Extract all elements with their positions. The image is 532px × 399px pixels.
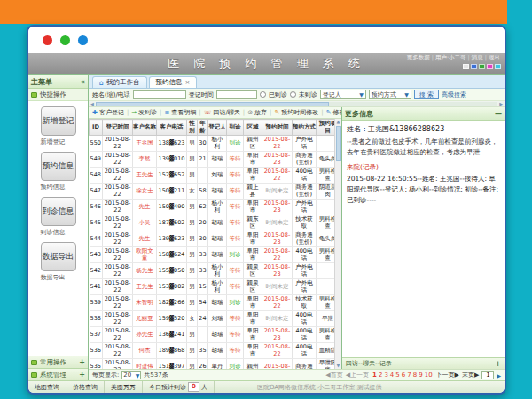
pagination-bar: 每页显示: 20 ▼ 共537条 ◀首页 ◀上一页 12345678910 下一… (89, 369, 505, 380)
table-row[interactable]: 5452015-08-22小吴187▓602男20胡瑞等待颍东区时间未定技术获取… (90, 215, 335, 231)
minimize-window-button[interactable] (60, 35, 70, 45)
cell-reg-time: 2015-08-22 (103, 359, 133, 370)
header-link[interactable]: 更多数据 (407, 54, 430, 61)
header-link[interactable]: 消息 (472, 54, 483, 61)
page-number[interactable]: 1 (372, 372, 378, 379)
channel-select[interactable]: 预约方式 ▼ (369, 90, 411, 99)
column-header[interactable]: 客户名称 (133, 120, 157, 136)
registrar-select[interactable]: 登记人 ▼ (320, 90, 366, 99)
table-row[interactable]: 5432015-08-22欧阳文童158▓624男33胡瑞到诊阜阳市2015-0… (90, 247, 335, 263)
scrollbar-thumb[interactable] (96, 102, 329, 106)
page-jump-input[interactable] (481, 371, 494, 379)
column-header[interactable]: 性别 (187, 120, 198, 136)
page-number[interactable]: 7 (406, 372, 411, 379)
not-arrived-radio[interactable] (290, 91, 296, 98)
column-header[interactable]: 客户电话 (157, 120, 187, 136)
table-row[interactable]: 5392015-08-22朱智明182▓266男54胡瑞到诊阜阳市2015-08… (90, 295, 335, 311)
next-page-button[interactable]: 下一页▶ (436, 371, 459, 379)
column-header[interactable]: 预约方式 (293, 120, 317, 136)
theme-square[interactable] (471, 64, 477, 69)
scroll-right-icon[interactable]: ▶ (497, 101, 505, 106)
scroll-down-icon[interactable]: ▼ (337, 363, 340, 369)
view-detail-button[interactable]: ≡查看明细 (163, 108, 197, 117)
prev-page-button[interactable]: ◀上一页 (346, 371, 369, 379)
column-header[interactable]: 到诊 (227, 120, 244, 136)
send-to-visit-button[interactable]: →发到诊 (130, 108, 158, 117)
arrival-info-button[interactable]: 到诊信息 (41, 197, 76, 226)
table-row[interactable]: 5462015-08-22先生150▓490男62杨小利等待阜阳市2015-08… (90, 200, 335, 215)
statusbar-items: 地图查询价格查询美图秀秀 (28, 381, 143, 393)
expand-icon[interactable]: + (79, 371, 85, 379)
search-button[interactable]: 搜 索 (414, 90, 439, 99)
page-number[interactable]: 10 (424, 372, 434, 379)
scrollbar-thumb[interactable] (336, 126, 341, 161)
middle-row: ✚客户登记|→发到诊|≡查看明细|☏回访/聊天|⊘放弃|✎预约时间修改|✎修改|… (89, 107, 505, 369)
statusbar-item[interactable]: 价格查询 (66, 381, 105, 393)
page-number[interactable]: 5 (395, 372, 400, 379)
statusbar-item[interactable]: 地图查询 (28, 381, 66, 393)
cell-channel: 户外电话 (293, 263, 317, 279)
page-go-icon[interactable]: ▶ (497, 372, 501, 379)
sidebar-collapse-icon[interactable]: « (81, 78, 85, 86)
header-link[interactable]: 用户:小二哥 (435, 54, 466, 61)
scroll-up-icon[interactable]: ▲ (337, 119, 340, 125)
table-row[interactable]: 5352015-08-22时进伟151▓397男26单丹到诊颍州2015-08-… (90, 359, 335, 370)
table-row[interactable]: 5412015-08-22王先生153▓002男15杨小利等待颍泉区时间未定户外… (90, 279, 335, 295)
name-filter-input[interactable] (133, 90, 186, 99)
scrollbar-track[interactable] (96, 102, 497, 106)
advanced-search-link[interactable]: 高级搜索 (442, 90, 466, 99)
appointment-time-edit-button[interactable]: ✎预约时间修改 (273, 108, 319, 117)
sidebar-item-system-management[interactable]: 系统管理 + (28, 368, 88, 380)
column-header[interactable]: 登记时间 (103, 120, 133, 136)
table-row[interactable]: 5382015-08-22尤丽亚159▓520女24刘瑞等待阜阳市时间未定400… (90, 311, 335, 327)
column-header[interactable]: 区域 (244, 120, 262, 136)
table-row[interactable]: 5492015-08-22李然139▓010男21胡瑞等待阜阳市2015-08-… (90, 152, 335, 168)
expand-icon[interactable]: + (79, 358, 85, 366)
theme-square[interactable] (479, 64, 485, 69)
data-export-button[interactable]: 数据导出 (41, 242, 76, 271)
close-window-button[interactable] (43, 35, 52, 45)
callback-chat-record-bar[interactable]: 回访--聊天--记录 + (342, 357, 505, 369)
theme-square[interactable] (463, 64, 469, 69)
theme-square[interactable] (487, 64, 493, 69)
table-row[interactable]: 5472015-08-22徐女士150▓211女58胡瑞等待颍上县时间未定商务通… (90, 184, 335, 200)
tab-close-icon[interactable]: × (185, 79, 191, 86)
arrived-radio[interactable] (260, 91, 266, 98)
abandon-button[interactable]: ⊘放弃 (246, 108, 268, 117)
tab-appointment-info[interactable]: 预约信息 × (149, 76, 198, 88)
header-link[interactable]: 退出 (489, 54, 500, 61)
sidebar-item-common-operations[interactable]: 常用操作 + (28, 356, 88, 368)
maximize-window-button[interactable] (78, 35, 88, 45)
table-row[interactable]: 5442015-08-22先生139▓623男30胡瑞等待阜阳市2015-08-… (90, 231, 335, 247)
theme-square[interactable] (495, 64, 501, 69)
appointment-info-button[interactable]: 预约信息 (41, 152, 76, 181)
toolbar-label: 发到诊 (138, 108, 157, 117)
customer-register-button[interactable]: ✚客户登记 (91, 108, 125, 117)
table-row[interactable]: 5362015-08-22何杰189▓868男35胡瑞等待阜阳市2015-08-… (90, 343, 335, 359)
last-page-button[interactable]: 末页▶ (462, 371, 479, 379)
column-header[interactable]: 预约项目 (317, 120, 335, 136)
new-registration-button[interactable]: 新增登记 (41, 106, 76, 136)
column-header[interactable]: 登记人 (208, 120, 227, 136)
table-row[interactable]: 5502015-08-22王兆国138▓623男30杨小利到诊颍州区2015-0… (90, 136, 335, 152)
table-row[interactable]: 5422015-08-22杨先生155▓050男33杨小利等待颍泉区2015-0… (90, 263, 335, 279)
column-header[interactable]: 预约时间 (262, 120, 293, 136)
cell-id: 537 (90, 327, 103, 343)
scroll-left-icon[interactable]: ◀ (89, 101, 96, 106)
column-header[interactable]: ID (90, 120, 103, 136)
per-page-select[interactable]: 20 ▼ (121, 371, 141, 379)
page-number[interactable]: 3 (383, 372, 388, 379)
column-header[interactable]: 年龄 (198, 120, 208, 136)
first-page-button[interactable]: ◀首页 (325, 371, 342, 379)
collapse-icon[interactable]: — (495, 110, 502, 118)
edit-button[interactable]: ✎修改 (325, 108, 341, 117)
callback-chat-button[interactable]: ☏回访/聊天 (203, 108, 241, 117)
statusbar-item[interactable]: 美图秀秀 (105, 381, 143, 393)
tab-workbench[interactable]: ⌂ 我的工作台 (92, 76, 147, 88)
date-filter-input[interactable] (216, 90, 257, 99)
page-number[interactable]: 9 (418, 372, 423, 379)
table-row[interactable]: 5482015-08-22王先生152▓652男刘瑞等待阜阳市2015-08-2… (90, 168, 335, 184)
table-row[interactable]: 5372015-08-22孙先生136▓241男胡瑞等待阜阳市2015-08-2… (90, 327, 335, 343)
expand-icon[interactable]: + (495, 360, 501, 368)
cell-channel: 商务通(竞价) (293, 152, 317, 168)
